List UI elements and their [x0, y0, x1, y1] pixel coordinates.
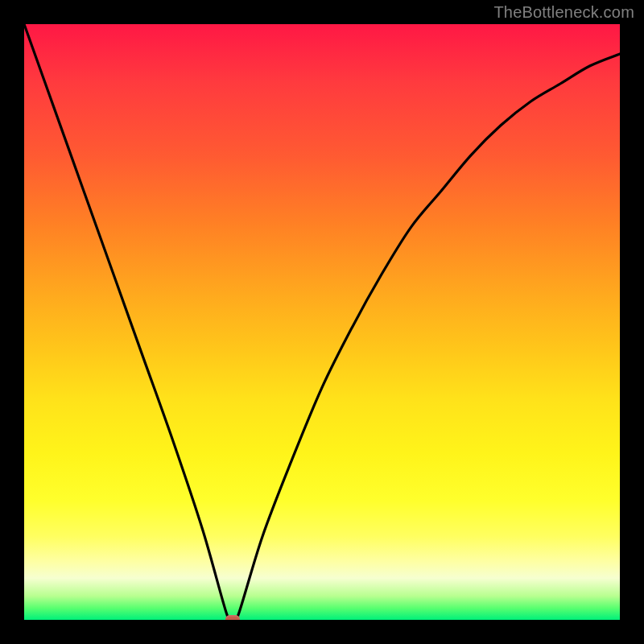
current-config-marker: [225, 615, 240, 620]
plot-area: [24, 24, 620, 620]
curve-svg: [24, 24, 620, 620]
watermark-text: TheBottleneck.com: [493, 3, 634, 22]
chart-frame: TheBottleneck.com: [0, 0, 644, 644]
bottleneck-curve: [24, 24, 620, 620]
